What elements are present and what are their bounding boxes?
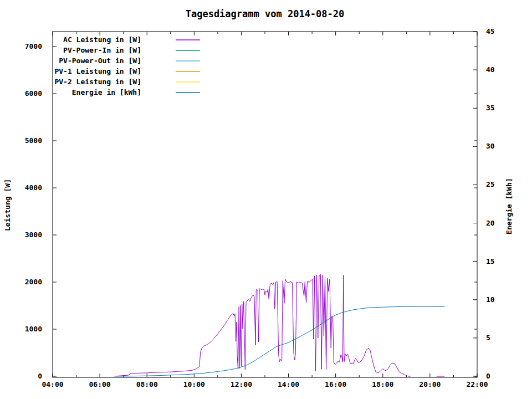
x-tick-label: 08:00	[136, 380, 158, 388]
right-tick-label: 10	[486, 295, 495, 304]
legend-label-ac-leistung: AC Leistung in [W]	[63, 35, 141, 44]
left-tick-label: 5000	[25, 136, 42, 145]
series-line-ac-leistung	[115, 274, 411, 376]
legend-label-pv2-leistung: PV-2 Leistung in [W]	[54, 78, 141, 86]
x-tick-label: 04:00	[42, 380, 63, 388]
left-axis-title: Leistung [W]	[3, 179, 12, 231]
right-tick-label: 15	[486, 257, 495, 265]
right-tick-label: 0	[486, 372, 490, 380]
x-tick-label: 22:00	[466, 380, 488, 388]
x-tick-label: 14:00	[278, 380, 299, 388]
left-tick-label: 2000	[25, 278, 42, 286]
right-tick-label: 5	[486, 334, 490, 342]
left-tick-label: 4000	[25, 183, 42, 192]
x-tick-label: 20:00	[419, 380, 441, 388]
right-tick-label: 40	[486, 65, 495, 74]
right-tick-label: 45	[486, 27, 495, 35]
x-tick-label: 16:00	[325, 380, 346, 388]
right-axis-title: Energie [kWh]	[505, 178, 513, 234]
left-tick-label: 6000	[25, 89, 42, 98]
chart-title: Tagesdiagramm vom 2014-08-20	[186, 8, 345, 19]
left-tick-label: 7000	[25, 42, 42, 50]
plot-generated: 04:0006:0008:0010:0012:0014:0016:0018:00…	[25, 27, 495, 388]
plot-area: Tagesdiagramm vom 2014-08-20 Leistung [W…	[0, 0, 532, 399]
right-tick-label: 35	[486, 104, 495, 112]
left-tick-label: 0	[38, 372, 42, 380]
legend-label-energie: Energie in [kWh]	[72, 88, 141, 96]
x-tick-label: 12:00	[231, 380, 252, 388]
legend-label-pv1-leistung: PV-1 Leistung in [W]	[54, 67, 141, 75]
left-tick-label: 3000	[25, 231, 42, 239]
right-tick-label: 25	[486, 180, 495, 188]
x-tick-label: 06:00	[89, 380, 111, 388]
chart-canvas: Tagesdiagramm vom 2014-08-20 Leistung [W…	[0, 0, 532, 399]
x-tick-label: 10:00	[183, 380, 205, 388]
x-tick-label: 18:00	[372, 380, 393, 388]
right-tick-label: 20	[486, 219, 495, 227]
legend-label-pv-power-in: PV-Power-In in [W]	[63, 46, 141, 54]
left-tick-label: 1000	[25, 325, 42, 333]
legend-label-pv-power-out: PV-Power-Out in [W]	[59, 57, 141, 65]
right-tick-label: 30	[486, 142, 495, 150]
